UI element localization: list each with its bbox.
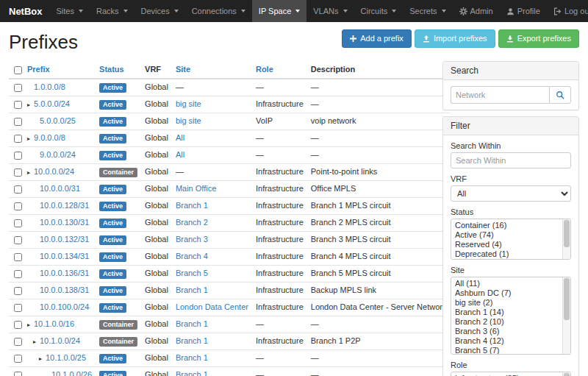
site-link[interactable]: Branch 1 <box>176 201 208 210</box>
row-checkbox[interactable] <box>14 135 22 143</box>
row-checkbox[interactable] <box>14 355 22 363</box>
site-link[interactable]: Branch 5 <box>176 269 208 277</box>
row-checkbox[interactable] <box>14 287 22 295</box>
column-header-role[interactable]: Role <box>252 61 307 79</box>
row-checkbox[interactable] <box>14 304 22 312</box>
prefix-link[interactable]: 10.1.0.0/16 <box>34 319 74 328</box>
site-link[interactable]: All <box>176 133 184 142</box>
prefix-link[interactable]: 1.0.0.0/8 <box>34 82 65 91</box>
prefix-link[interactable]: 10.0.0.134/31 <box>40 252 89 260</box>
expand-caret-icon[interactable]: ▸ <box>27 168 34 177</box>
nav-item-racks[interactable]: Racks <box>90 0 135 22</box>
row-checkbox[interactable] <box>14 372 22 376</box>
prefix-link[interactable]: 9.0.0.0/8 <box>34 133 65 142</box>
prefix-link[interactable]: 10.0.0.128/31 <box>40 201 89 210</box>
expand-caret-icon[interactable]: ▸ <box>39 354 46 363</box>
listbox-option[interactable]: Branch 5 (7) <box>452 346 560 355</box>
scrollbar[interactable] <box>562 219 570 259</box>
nav-admin-link[interactable]: Admin <box>453 0 500 22</box>
column-header-prefix[interactable]: Prefix <box>24 61 96 79</box>
prefix-link[interactable]: 10.1.0.0/24 <box>40 336 80 345</box>
row-checkbox[interactable] <box>14 236 22 244</box>
expand-caret-icon[interactable]: ▸ <box>27 320 34 330</box>
listbox-option[interactable]: Ashburn DC (7) <box>452 288 560 298</box>
import-prefixes-button[interactable]: Import prefixes <box>415 29 495 48</box>
prefix-link[interactable]: 10.0.0.0/24 <box>34 167 74 176</box>
prefix-link[interactable]: 10.0.100.0/24 <box>40 302 89 311</box>
site-link[interactable]: Branch 2 <box>176 218 208 227</box>
site-link[interactable]: big site <box>176 99 201 108</box>
column-header-site[interactable]: Site <box>172 61 252 79</box>
scrollbar[interactable] <box>562 277 570 354</box>
prefix-link[interactable]: 10.1.0.0/26 <box>51 370 92 376</box>
listbox-option[interactable]: Branch 4 (12) <box>452 336 560 346</box>
add-prefix-button[interactable]: Add a prefix <box>342 29 412 48</box>
select-all-checkbox[interactable] <box>14 66 22 74</box>
listbox-option[interactable]: Branch 1 (14) <box>452 308 560 317</box>
row-checkbox[interactable] <box>14 84 22 92</box>
search-button[interactable] <box>549 86 571 104</box>
vrf-select[interactable]: All <box>451 185 571 202</box>
status-listbox[interactable]: Container (16)Active (74)Reserved (4)Dep… <box>451 219 571 260</box>
site-link[interactable]: Main Office <box>176 184 216 193</box>
row-checkbox[interactable] <box>14 118 22 126</box>
listbox-option[interactable]: Branch 3 (6) <box>452 327 560 336</box>
scrollbar[interactable] <box>562 372 570 376</box>
column-header-status[interactable]: Status <box>96 61 141 79</box>
site-link[interactable]: Branch 4 <box>176 252 208 260</box>
site-link[interactable]: All <box>176 150 184 159</box>
site-link[interactable]: Branch 3 <box>176 235 208 244</box>
listbox-option[interactable]: Container (16) <box>452 221 560 230</box>
search-within-input[interactable] <box>451 152 571 169</box>
row-checkbox[interactable] <box>14 321 22 329</box>
export-prefixes-button[interactable]: Export prefixes <box>498 29 579 48</box>
row-checkbox[interactable] <box>14 338 22 346</box>
nav-item-circuits[interactable]: Circuits <box>354 0 404 22</box>
site-link[interactable]: Branch 1 <box>176 336 208 345</box>
prefix-link[interactable]: 10.0.0.136/31 <box>40 269 89 277</box>
listbox-option[interactable]: Reserved (4) <box>452 240 560 249</box>
nav-item-ip-space[interactable]: IP Space <box>252 0 306 22</box>
nav-item-sites[interactable]: Sites <box>50 0 90 22</box>
prefix-link[interactable]: 10.0.0.132/31 <box>40 235 89 244</box>
listbox-option[interactable]: Deprecated (1) <box>452 249 560 259</box>
prefix-link[interactable]: 10.0.0.130/31 <box>40 218 89 227</box>
role-listbox[interactable]: Infrastructure (25)Management (8)Private… <box>451 372 571 376</box>
nav-item-connections[interactable]: Connections <box>185 0 252 22</box>
site-link[interactable]: Branch 1 <box>176 353 208 362</box>
site-link[interactable]: London Data Center <box>176 302 248 311</box>
site-link[interactable]: Branch 1 <box>176 370 208 376</box>
prefix-link[interactable]: 10.0.0.0/31 <box>40 184 80 193</box>
expand-caret-icon[interactable]: ▸ <box>27 134 34 143</box>
row-checkbox[interactable] <box>14 270 22 278</box>
listbox-option[interactable]: big site (2) <box>452 298 560 308</box>
row-checkbox[interactable] <box>14 219 22 227</box>
search-input[interactable] <box>451 86 549 104</box>
prefix-link[interactable]: 10.0.0.138/31 <box>40 285 89 294</box>
site-link[interactable]: big site <box>176 116 201 125</box>
expand-caret-icon[interactable]: ▸ <box>27 100 34 110</box>
nav-item-vlans[interactable]: VLANs <box>306 0 354 22</box>
site-link[interactable]: Branch 1 <box>176 319 208 328</box>
site-link[interactable]: Branch 1 <box>176 285 208 294</box>
listbox-option[interactable]: All (11) <box>452 279 560 288</box>
nav-logout-link[interactable]: Log out <box>547 0 588 22</box>
prefix-link[interactable]: 9.0.0.0/24 <box>40 150 76 159</box>
site-listbox[interactable]: All (11)Ashburn DC (7)big site (2)Branch… <box>451 277 571 355</box>
row-checkbox[interactable] <box>14 185 22 194</box>
nav-item-devices[interactable]: Devices <box>135 0 185 22</box>
row-checkbox[interactable] <box>14 152 22 160</box>
expand-caret-icon[interactable]: ▸ <box>33 337 40 347</box>
nav-profile-link[interactable]: Profile <box>500 0 547 22</box>
prefix-link[interactable]: 10.1.0.0/25 <box>46 353 86 362</box>
listbox-option[interactable]: Branch 2 (10) <box>452 317 560 327</box>
row-checkbox[interactable] <box>14 101 22 109</box>
nav-item-secrets[interactable]: Secrets <box>403 0 452 22</box>
listbox-option[interactable]: Active (74) <box>452 230 560 240</box>
brand[interactable]: NetBox <box>6 0 50 22</box>
prefix-link[interactable]: 5.0.0.0/25 <box>40 116 76 125</box>
row-checkbox[interactable] <box>14 202 22 210</box>
row-checkbox[interactable] <box>14 253 22 261</box>
row-checkbox[interactable] <box>14 169 22 177</box>
prefix-link[interactable]: 5.0.0.0/24 <box>34 99 70 108</box>
